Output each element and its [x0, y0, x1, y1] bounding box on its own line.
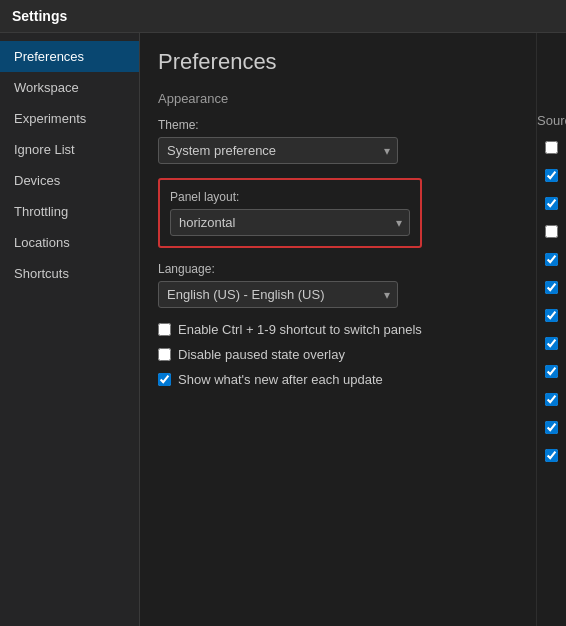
- right-checkbox-6[interactable]: [545, 309, 558, 322]
- checkbox-label-show-new: Show what's new after each update: [178, 372, 383, 387]
- panel-layout-select[interactable]: horizontalvertical: [170, 209, 410, 236]
- sidebar-item-experiments[interactable]: Experiments: [0, 103, 139, 134]
- right-checkbox-2[interactable]: [545, 197, 558, 210]
- panel-layout-label: Panel layout:: [170, 190, 410, 204]
- checkbox-show-new[interactable]: [158, 373, 171, 386]
- sidebar-item-workspace[interactable]: Workspace: [0, 72, 139, 103]
- right-checkbox-10[interactable]: [545, 421, 558, 434]
- sidebar-item-throttling[interactable]: Throttling: [0, 196, 139, 227]
- checkbox-label-disable-paused: Disable paused state overlay: [178, 347, 345, 362]
- theme-select[interactable]: System preferenceLightDark: [158, 137, 398, 164]
- sidebar-item-locations[interactable]: Locations: [0, 227, 139, 258]
- panel-layout-select-wrapper: horizontalvertical: [170, 209, 410, 236]
- right-check-row-2: [537, 189, 566, 217]
- sidebar-item-ignore-list[interactable]: Ignore List: [0, 134, 139, 165]
- page-title: Preferences: [158, 49, 518, 75]
- title-bar: Settings: [0, 0, 566, 33]
- right-checkbox-8[interactable]: [545, 365, 558, 378]
- right-checkbox-7[interactable]: [545, 337, 558, 350]
- appearance-section-title: Appearance: [158, 91, 518, 106]
- checkbox-row-disable-paused: Disable paused state overlay: [158, 347, 518, 362]
- right-check-row-4: [537, 245, 566, 273]
- checkbox-row-show-new: Show what's new after each update: [158, 372, 518, 387]
- right-check-row-3: [537, 217, 566, 245]
- checkbox-label-ctrl-shortcut: Enable Ctrl + 1-9 shortcut to switch pan…: [178, 322, 422, 337]
- right-check-row-5: [537, 273, 566, 301]
- content-area: Preferences Appearance Theme: System pre…: [140, 33, 536, 626]
- right-checkbox-0[interactable]: [545, 141, 558, 154]
- right-check-row-1: [537, 161, 566, 189]
- sidebar-item-devices[interactable]: Devices: [0, 165, 139, 196]
- checkbox-ctrl-shortcut[interactable]: [158, 323, 171, 336]
- checkbox-disable-paused[interactable]: [158, 348, 171, 361]
- sidebar-item-preferences[interactable]: Preferences: [0, 41, 139, 72]
- right-check-row-0: [537, 133, 566, 161]
- right-check-row-11: [537, 441, 566, 469]
- right-check-row-6: [537, 301, 566, 329]
- right-checkbox-11[interactable]: [545, 449, 558, 462]
- checkboxes-group: Enable Ctrl + 1-9 shortcut to switch pan…: [158, 322, 518, 387]
- sidebar: PreferencesWorkspaceExperimentsIgnore Li…: [0, 33, 140, 626]
- language-field-group: Language: English (US) - English (US)Eng…: [158, 262, 518, 308]
- right-checkbox-3[interactable]: [545, 225, 558, 238]
- right-checkbox-4[interactable]: [545, 253, 558, 266]
- theme-select-wrapper: System preferenceLightDark: [158, 137, 398, 164]
- right-checkbox-5[interactable]: [545, 281, 558, 294]
- language-label: Language:: [158, 262, 518, 276]
- right-checkbox-9[interactable]: [545, 393, 558, 406]
- right-check-row-10: [537, 413, 566, 441]
- checkbox-row-ctrl-shortcut: Enable Ctrl + 1-9 shortcut to switch pan…: [158, 322, 518, 337]
- theme-field-group: Theme: System preferenceLightDark: [158, 118, 518, 164]
- source-header: Sourc: [537, 113, 566, 133]
- right-check-row-8: [537, 357, 566, 385]
- theme-label: Theme:: [158, 118, 518, 132]
- sidebar-item-shortcuts[interactable]: Shortcuts: [0, 258, 139, 289]
- right-check-row-7: [537, 329, 566, 357]
- right-checkbox-1[interactable]: [545, 169, 558, 182]
- right-panel: Sourc: [536, 33, 566, 626]
- language-select[interactable]: English (US) - English (US)English (UK): [158, 281, 398, 308]
- panel-layout-box: Panel layout: horizontalvertical: [158, 178, 422, 248]
- right-check-row-9: [537, 385, 566, 413]
- language-select-wrapper: English (US) - English (US)English (UK): [158, 281, 398, 308]
